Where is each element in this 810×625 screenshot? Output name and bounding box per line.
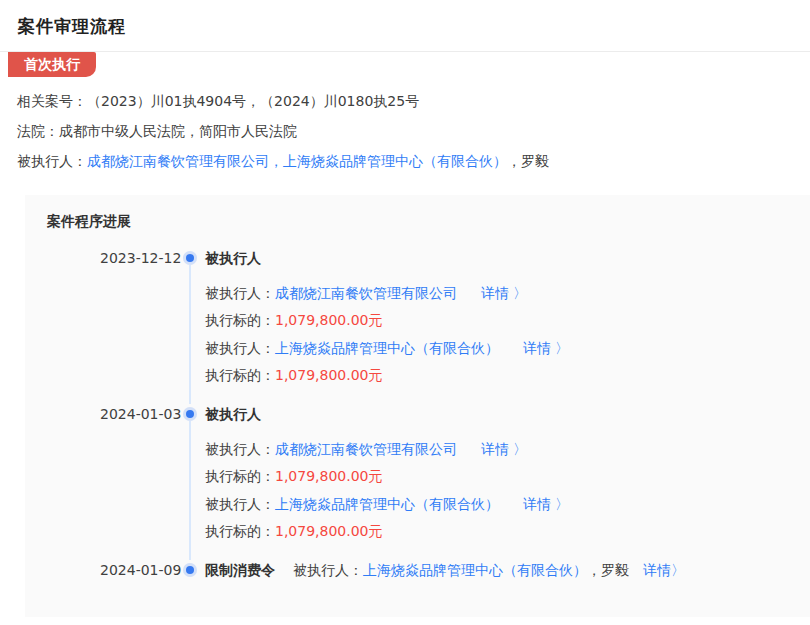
- executed-item: 被执行人：成都烧江南餐饮管理有限公司详情〉 执行标的：1,079,800.00元: [205, 283, 790, 330]
- court-value: 成都市中级人民法院，简阳市人民法院: [59, 123, 297, 139]
- tab-bar: 首次执行: [0, 51, 810, 77]
- company-link-chengdu[interactable]: 成都烧江南餐饮管理有限公司: [87, 153, 269, 169]
- company-link[interactable]: 上海烧焱品牌管理中心（有限合伙）: [363, 562, 587, 578]
- executed-person-label: 被执行人：: [17, 153, 87, 169]
- company-link[interactable]: 成都烧江南餐饮管理有限公司: [275, 285, 457, 301]
- detail-link[interactable]: 详情〉: [523, 340, 569, 356]
- person-name: 罗毅: [521, 153, 549, 169]
- chevron-right-icon: 〉: [555, 496, 569, 512]
- related-case-no-value: （2023）川01执4904号，（2024）川0180执25号: [87, 93, 419, 109]
- company-row: 被执行人：上海烧焱品牌管理中心（有限合伙）详情〉: [205, 494, 790, 514]
- related-case-no-label: 相关案号：: [17, 93, 87, 109]
- chevron-right-icon: 〉: [513, 285, 527, 301]
- company-row: 被执行人：成都烧江南餐饮管理有限公司详情〉: [205, 283, 790, 303]
- company-row: 被执行人：成都烧江南餐饮管理有限公司详情〉: [205, 439, 790, 459]
- page-header: 案件审理流程: [0, 0, 810, 51]
- separator: ，: [507, 153, 521, 169]
- executed-person-label: 被执行人：: [205, 496, 275, 512]
- amount-label: 执行标的：: [205, 367, 275, 383]
- timeline: 2023-12-12 被执行人 被执行人：成都烧江南餐饮管理有限公司详情〉 执行…: [47, 248, 790, 580]
- timeline-dot-icon: [186, 254, 194, 262]
- timeline-entry: 2024-01-03 被执行人 被执行人：成都烧江南餐饮管理有限公司详情〉 执行…: [47, 404, 790, 560]
- detail-label: 详情: [481, 441, 509, 457]
- timeline-entry: 2024-01-09 限制消费令被执行人：上海烧焱品牌管理中心（有限合伙），罗毅…: [47, 560, 790, 580]
- detail-link[interactable]: 详情〉: [643, 562, 685, 578]
- company-link[interactable]: 上海烧焱品牌管理中心（有限合伙）: [275, 496, 499, 512]
- detail-link[interactable]: 详情〉: [523, 496, 569, 512]
- amount-value: 1,079,800.00元: [275, 523, 383, 539]
- entry-heading: 被执行人: [205, 404, 790, 424]
- company-row: 被执行人：上海烧焱品牌管理中心（有限合伙）详情〉: [205, 338, 790, 358]
- amount-row: 执行标的：1,079,800.00元: [205, 521, 790, 541]
- executed-person-label: 被执行人：: [205, 340, 275, 356]
- entry-heading: 被执行人: [205, 248, 790, 268]
- timeline-dot-icon: [186, 410, 194, 418]
- detail-link[interactable]: 详情〉: [481, 285, 527, 301]
- amount-row: 执行标的：1,079,800.00元: [205, 365, 790, 385]
- amount-label: 执行标的：: [205, 523, 275, 539]
- court-label: 法院：: [17, 123, 59, 139]
- amount-value: 1,079,800.00元: [275, 367, 383, 383]
- amount-label: 执行标的：: [205, 312, 275, 328]
- chevron-right-icon: 〉: [555, 340, 569, 356]
- chevron-right-icon: 〉: [671, 562, 685, 578]
- detail-label: 详情: [523, 340, 551, 356]
- executed-item: 被执行人：成都烧江南餐饮管理有限公司详情〉 执行标的：1,079,800.00元: [205, 439, 790, 486]
- case-progress-panel: 案件程序进展 2023-12-12 被执行人 被执行人：成都烧江南餐饮管理有限公…: [25, 195, 810, 617]
- timeline-rail: [189, 265, 191, 404]
- timeline-rail: [189, 421, 191, 560]
- executed-person-row: 被执行人：成都烧江南餐饮管理有限公司，上海烧焱品牌管理中心（有限合伙），罗毅: [17, 151, 792, 171]
- detail-link[interactable]: 详情〉: [481, 441, 527, 457]
- amount-row: 执行标的：1,079,800.00元: [205, 466, 790, 486]
- court-row: 法院：成都市中级人民法院，简阳市人民法院: [17, 121, 792, 141]
- entry-date: 2024-01-09: [100, 560, 181, 580]
- page-title: 案件审理流程: [0, 0, 810, 51]
- case-summary: 相关案号：（2023）川01执4904号，（2024）川0180执25号 法院：…: [0, 77, 810, 195]
- tab-first-execution[interactable]: 首次执行: [8, 52, 96, 77]
- company-link[interactable]: 上海烧焱品牌管理中心（有限合伙）: [275, 340, 499, 356]
- related-case-no-row: 相关案号：（2023）川01执4904号，（2024）川0180执25号: [17, 91, 792, 111]
- company-link-shanghai[interactable]: 上海烧焱品牌管理中心（有限合伙）: [283, 153, 507, 169]
- entry-date: 2023-12-12: [100, 248, 181, 268]
- executed-item: 被执行人：上海烧焱品牌管理中心（有限合伙）详情〉 执行标的：1,079,800.…: [205, 338, 790, 385]
- entry-body: 被执行人 被执行人：成都烧江南餐饮管理有限公司详情〉 执行标的：1,079,80…: [205, 248, 790, 385]
- panel-title: 案件程序进展: [47, 211, 790, 231]
- executed-person-label: 被执行人：: [205, 441, 275, 457]
- chevron-right-icon: 〉: [513, 441, 527, 457]
- entry-body: 被执行人 被执行人：成都烧江南餐饮管理有限公司详情〉 执行标的：1,079,80…: [205, 404, 790, 541]
- executed-person-label: 被执行人：: [293, 562, 363, 578]
- entry-heading: 限制消费令: [205, 562, 275, 578]
- timeline-entry: 2023-12-12 被执行人 被执行人：成都烧江南餐饮管理有限公司详情〉 执行…: [47, 248, 790, 404]
- entry-date: 2024-01-03: [100, 404, 181, 424]
- amount-value: 1,079,800.00元: [275, 312, 383, 328]
- amount-label: 执行标的：: [205, 468, 275, 484]
- amount-row: 执行标的：1,079,800.00元: [205, 310, 790, 330]
- detail-label: 详情: [481, 285, 509, 301]
- detail-label: 详情: [643, 562, 671, 578]
- amount-value: 1,079,800.00元: [275, 468, 383, 484]
- executed-item: 被执行人：上海烧焱品牌管理中心（有限合伙）详情〉 执行标的：1,079,800.…: [205, 494, 790, 541]
- company-link[interactable]: 成都烧江南餐饮管理有限公司: [275, 441, 457, 457]
- entry-body: 限制消费令被执行人：上海烧焱品牌管理中心（有限合伙），罗毅详情〉: [205, 560, 790, 580]
- executed-person-label: 被执行人：: [205, 285, 275, 301]
- link-separator: ，: [269, 153, 283, 169]
- detail-label: 详情: [523, 496, 551, 512]
- person-name-suffix: ，罗毅: [587, 562, 629, 578]
- timeline-dot-icon: [186, 566, 194, 574]
